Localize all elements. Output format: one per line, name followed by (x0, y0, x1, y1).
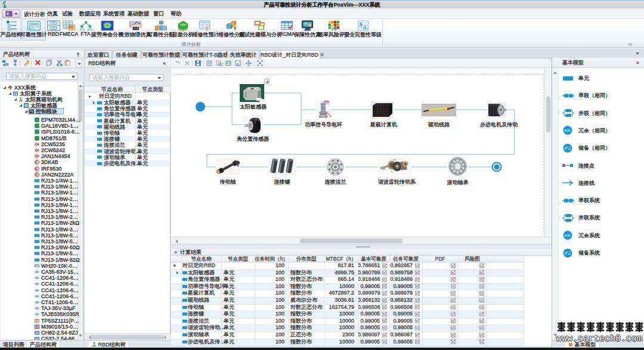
svg-text:Σ: Σ (206, 26, 209, 31)
svg-text:L: L (364, 25, 367, 30)
svg-text:PoF: PoF (134, 27, 138, 30)
svg-text:K/N: K/N (565, 129, 571, 132)
svg-text:S: S (360, 21, 363, 27)
svg-text:K/N: K/N (565, 234, 571, 237)
